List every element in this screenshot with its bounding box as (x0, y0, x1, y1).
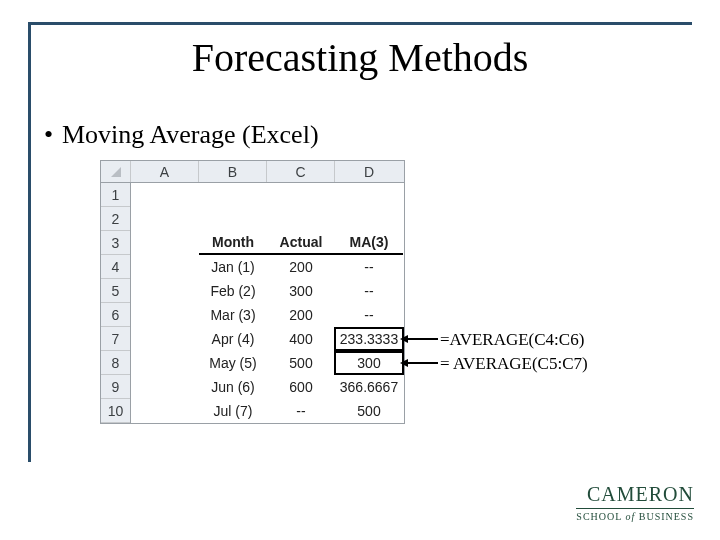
row-header: 3 (101, 231, 130, 255)
table-header: MA(3) (335, 231, 403, 255)
table-header: Actual (267, 231, 335, 255)
formula-annotation-2: = AVERAGE(C5:C7) (440, 354, 588, 374)
row-header: 7 (101, 327, 130, 351)
table-header: Month (199, 231, 267, 255)
table-row (131, 183, 404, 207)
row-header: 9 (101, 375, 130, 399)
logo: CAMERON SCHOOL of BUSINESS (576, 483, 694, 522)
table-row (131, 207, 404, 231)
select-all-corner (101, 161, 131, 182)
row-header: 8 (101, 351, 130, 375)
col-header-d: D (335, 161, 403, 182)
row-header: 4 (101, 255, 130, 279)
logo-line2: SCHOOL of BUSINESS (576, 511, 694, 522)
table-row: Feb (2)300-- (131, 279, 404, 303)
table-row: Jul (7)--500 (131, 399, 404, 423)
arrow-icon (406, 362, 438, 364)
table-header-row: Month Actual MA(3) (131, 231, 404, 255)
slide-title: Forecasting Methods (0, 34, 720, 81)
logo-line1: CAMERON (576, 483, 694, 506)
table-row: Jan (1)200-- (131, 255, 404, 279)
left-rule (28, 22, 31, 462)
excel-screenshot: A B C D 1 2 3 4 5 6 7 8 9 10 (100, 160, 405, 424)
row-header: 10 (101, 399, 130, 423)
row-header: 2 (101, 207, 130, 231)
row-header: 5 (101, 279, 130, 303)
bullet-line: •Moving Average (Excel) (44, 120, 319, 150)
top-rule (28, 22, 692, 25)
row-header-col: 1 2 3 4 5 6 7 8 9 10 (101, 183, 131, 423)
slide: Forecasting Methods •Moving Average (Exc… (0, 0, 720, 540)
col-header-b: B (199, 161, 267, 182)
table-row: Jun (6)600366.6667 (131, 375, 404, 399)
table-row: May (5)500300 (131, 351, 404, 375)
row-header: 1 (101, 183, 130, 207)
col-header-a: A (131, 161, 199, 182)
arrow-icon (406, 338, 438, 340)
formula-annotation-1: =AVERAGE(C4:C6) (440, 330, 584, 350)
svg-marker-0 (111, 167, 121, 177)
bullet-dot: • (44, 120, 62, 150)
col-header-c: C (267, 161, 335, 182)
row-header: 6 (101, 303, 130, 327)
grid-body: 1 2 3 4 5 6 7 8 9 10 Month Actual MA(3) (101, 183, 404, 423)
cell-area: Month Actual MA(3) Jan (1)200-- Feb (2)3… (131, 183, 404, 423)
table-row: Apr (4)400233.3333 (131, 327, 404, 351)
logo-rule (576, 508, 694, 509)
table-row: Mar (3)200-- (131, 303, 404, 327)
column-header-row: A B C D (101, 161, 404, 183)
bullet-text: Moving Average (Excel) (62, 120, 319, 149)
